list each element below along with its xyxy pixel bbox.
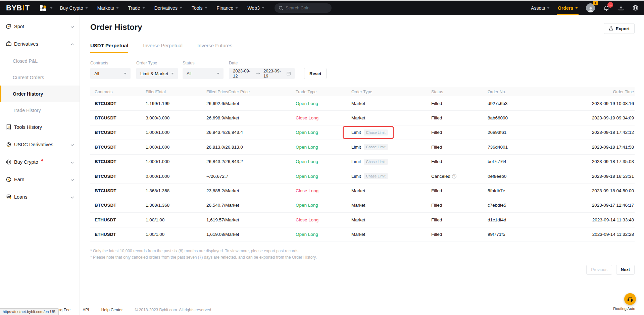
cell-order-type: Limit Chase Limit [351, 144, 431, 150]
sidebar-item-current-orders[interactable]: Current Orders [0, 69, 80, 86]
chase-limit-badge: Chase Limit [364, 173, 388, 179]
chevron-down-icon [70, 196, 74, 199]
column-header-filled-price-order-price: Filled Price/Order Price [206, 90, 296, 94]
chevron-down-icon [70, 161, 74, 164]
headset-icon [627, 296, 633, 302]
table-row: BTCUSDT 0.000/1.000 --/26,672.7 Open Lon… [90, 169, 635, 183]
nav-menu-item-buy-crypto[interactable]: Buy Crypto [60, 5, 88, 11]
date-to[interactable]: 2023-09-19 [263, 68, 283, 78]
tab-inverse-perpetual[interactable]: Inverse Perpetual [143, 43, 183, 53]
loans-icon [6, 194, 12, 200]
cell-trade-type: Open Long [296, 203, 351, 208]
chevron-down-icon [70, 144, 74, 146]
reset-button[interactable]: Reset [304, 68, 327, 79]
next-button[interactable]: Next [616, 265, 635, 275]
cell-order-time: 2023-09-14 11:32:28 [551, 232, 635, 237]
cell-trade-type: Open Long [296, 101, 351, 106]
cell-filled-price: --/26,672.7 [206, 174, 296, 179]
sidebar-item-closed-p-l[interactable]: Closed P&L [0, 53, 80, 69]
column-header-contracts: Contracts [95, 90, 146, 94]
nav-menu-item-trade[interactable]: Trade [128, 5, 145, 11]
sidebar-item-spot[interactable]: Spot [0, 18, 80, 35]
tab-bar: USDT PerpetualInverse PerpetualInverse F… [90, 43, 635, 53]
footnote: * Please note that only canceled orders … [90, 255, 635, 260]
chase-limit-badge: Chase Limit [364, 159, 388, 165]
chevron-down-icon [85, 7, 88, 9]
chevron-down-icon [235, 7, 238, 9]
notifications-button[interactable]: ... [603, 5, 610, 11]
sidebar-item-buy-crypto[interactable]: Buy Crypto [0, 153, 80, 171]
main-content: Order History Export USDT PerpetualInver… [80, 15, 644, 315]
nav-menu-item-markets[interactable]: Markets [97, 5, 119, 11]
apps-caret-icon [50, 7, 53, 9]
nav-assets[interactable]: Assets [531, 5, 550, 11]
profile-avatar[interactable]: 1 [586, 3, 595, 12]
avatar-badge: 1 [593, 1, 598, 5]
chevron-down-icon [70, 177, 74, 182]
sidebar-item-tools-history[interactable]: Tools History [0, 118, 80, 136]
cell-trade-type: Open Long [296, 232, 351, 237]
tab-usdt-perpetual[interactable]: USDT Perpetual [90, 43, 128, 53]
search-input[interactable] [286, 5, 326, 10]
sidebar-item-trade-history[interactable]: Trade History [0, 102, 80, 118]
chevron-up-icon [70, 43, 74, 46]
cell-order-type: Limit Chase Limit [351, 173, 431, 179]
nav-orders[interactable]: Orders [558, 1, 578, 15]
sidebar-item-derivatives[interactable]: Derivatives [0, 35, 80, 53]
cell-order-no: 8ab66090 [488, 115, 551, 120]
bybit-logo[interactable]: BYBIT [6, 4, 30, 12]
column-header-filled-total: Filled/Total [146, 90, 206, 94]
cell-order-no: d927c6b3 [488, 101, 551, 106]
status-dropdown[interactable]: All [183, 68, 224, 79]
date-range-picker[interactable]: 2023-09-12 2023-09-19 [229, 68, 295, 79]
cell-filled-total: 1.199/1.199 [146, 101, 206, 106]
table-row: BTCUSDT 1.368/1.368 26,540.7/Market Open… [90, 198, 635, 213]
column-header-order-time: Order Time [551, 90, 635, 94]
apps-grid-icon[interactable] [40, 5, 46, 11]
pagination: Previous Next [90, 265, 635, 275]
chevron-down-icon [262, 7, 264, 9]
support-chat-button[interactable] [624, 293, 636, 305]
footer-link-help-center[interactable]: Help Center [101, 308, 123, 312]
nav-menu-item-web3[interactable]: Web3 [247, 5, 264, 11]
column-header-order-no-: Order No. [488, 90, 551, 94]
cell-trade-type: Close Long [296, 115, 351, 120]
previous-button[interactable]: Previous [586, 265, 612, 275]
tab-inverse-futures[interactable]: Inverse Futures [197, 43, 232, 53]
language-button[interactable] [632, 5, 639, 11]
footer-link-api[interactable]: API [83, 308, 89, 312]
table-row: BTCUSDT 1.368/1.368 23,885.2/Market Clos… [90, 183, 635, 198]
date-from[interactable]: 2023-09-12 [233, 68, 253, 78]
download-button[interactable] [618, 5, 624, 11]
cell-order-no: d1c1df4d [488, 217, 551, 222]
chevron-down-icon [205, 7, 207, 9]
nav-menu-item-finance[interactable]: Finance [217, 5, 238, 11]
routing-label[interactable]: Routing Auto [613, 307, 635, 311]
contracts-filter-label: Contracts [90, 61, 131, 65]
export-button[interactable]: Export [604, 23, 635, 34]
contracts-dropdown[interactable]: All [90, 68, 131, 79]
nav-menu-item-tools[interactable]: Tools [192, 5, 207, 11]
chevron-down-icon [70, 24, 74, 29]
sidebar-item-earn[interactable]: Earn [0, 171, 80, 188]
export-icon [609, 26, 613, 31]
cell-status: Filled [431, 145, 488, 150]
search-box[interactable] [275, 3, 332, 13]
cell-contract: ETHUSDT [95, 217, 146, 222]
cell-trade-type: Close Long [296, 217, 351, 222]
cell-filled-price: 1,619.08/Market [206, 232, 296, 237]
chevron-down-icon [70, 26, 74, 28]
assets-caret-icon [547, 7, 550, 9]
status-filter-label: Status [183, 61, 224, 65]
cell-order-time: 2023-09-19 10:08:16 [551, 101, 635, 106]
sidebar-item-loans[interactable]: Loans [0, 188, 80, 206]
order-history-table: ContractsFilled/TotalFilled Price/Order … [90, 87, 635, 242]
order-type-dropdown[interactable]: Limit & Market [136, 68, 178, 79]
help-icon[interactable]: ? [452, 174, 456, 178]
cell-order-type: Market [351, 232, 431, 237]
logo-part-2: T [25, 4, 30, 12]
cell-filled-total: 3.000/3.000 [146, 115, 206, 120]
sidebar-item-usdc-derivatives[interactable]: USDC Derivatives [0, 136, 80, 153]
sidebar-item-order-history[interactable]: Order History [0, 86, 80, 102]
nav-menu-item-derivatives[interactable]: Derivatives [154, 5, 182, 11]
